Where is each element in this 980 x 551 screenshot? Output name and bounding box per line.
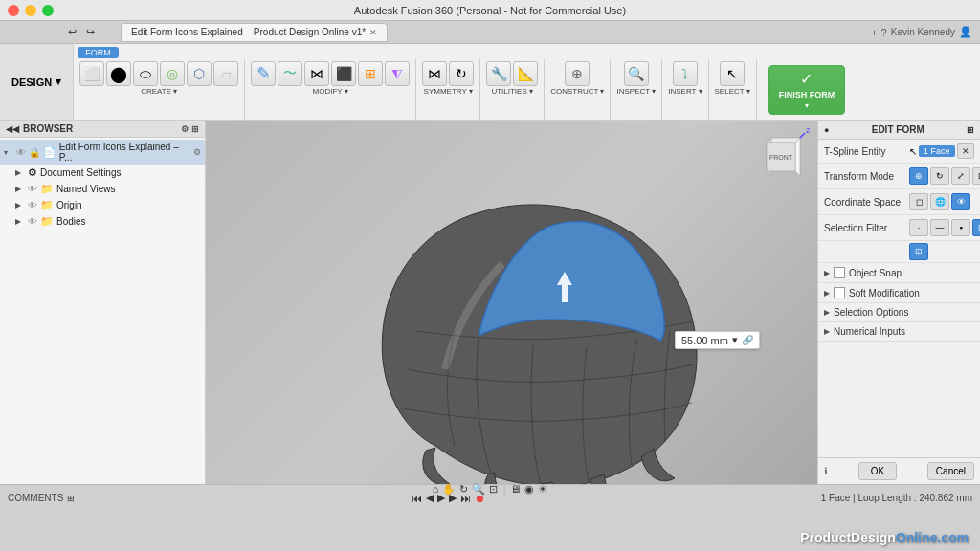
tree-item-bodies[interactable]: ▶ 👁 📁 Bodies (0, 213, 205, 230)
object-snap-expandable[interactable]: ▶ Object Snap (818, 263, 980, 283)
browser-expand-icon[interactable]: ⊞ (191, 124, 199, 134)
numerical-inputs-expandable[interactable]: ▶ Numerical Inputs (818, 322, 980, 342)
soft-modification-expandable[interactable]: ▶ Soft Modification (818, 283, 980, 303)
doc-settings-icon: ⚙ (28, 166, 37, 179)
modify-flatten-icon[interactable]: ⬛ (331, 61, 356, 86)
tree-root-action-icon[interactable]: ⚙ (193, 147, 201, 157)
ok-button[interactable]: OK (858, 462, 897, 480)
add-tab-button[interactable]: + (871, 27, 877, 38)
modify-unfold-icon[interactable]: ⧨ (385, 61, 410, 86)
modify-smooth-icon[interactable]: 〜 (278, 61, 302, 86)
coord-view-icon[interactable]: 👁 (951, 193, 970, 210)
symmetry-mirror-icon[interactable]: ⋈ (422, 61, 447, 86)
utilities-icon2[interactable]: 📐 (513, 61, 538, 86)
browser-tree: ▾ 👁 🔒 📄 Edit Form Icons Explained – P...… (0, 138, 205, 231)
create-quadball-icon[interactable]: ⬡ (187, 61, 212, 86)
cancel-button[interactable]: Cancel (927, 462, 974, 480)
t-spline-label: T-Spline Entity (824, 146, 905, 157)
inspect-label[interactable]: INSPECT ▾ (616, 87, 656, 96)
finish-form-button[interactable]: ✓ FINISH FORM ▾ (768, 65, 846, 115)
modify-label[interactable]: MODIFY ▾ (313, 87, 348, 96)
create-plane-icon[interactable]: ▱ (213, 61, 238, 86)
playback-start-button[interactable]: ⏮ (412, 493, 422, 504)
create-box-icon[interactable]: ⬜ (79, 61, 104, 86)
tree-item-document-settings[interactable]: ▶ ⚙ Document Settings (0, 165, 205, 181)
coord-world-icon[interactable]: 🌐 (930, 193, 949, 210)
named-views-eye-icon[interactable]: 👁 (28, 184, 37, 194)
insert-icon[interactable]: ⤵ (673, 61, 698, 86)
account-button[interactable]: 👤 (959, 26, 972, 38)
coord-local-icon[interactable]: ◻ (909, 193, 928, 210)
home-view-button[interactable]: ⌂ (433, 483, 439, 495)
modify-edit-icon[interactable]: ✎ (251, 61, 276, 86)
tree-item-root[interactable]: ▾ 👁 🔒 📄 Edit Form Icons Explained – P...… (0, 140, 205, 165)
filter-face-icon[interactable]: ▪ (951, 219, 970, 236)
navcube[interactable]: FRONT Z (752, 128, 810, 186)
zoom-fit-button[interactable]: ⊡ (489, 483, 498, 496)
tab-close-icon[interactable]: ✕ (369, 28, 377, 37)
zoom-button[interactable]: 🔍 (472, 483, 485, 496)
environment-button[interactable]: ☀ (538, 483, 547, 496)
bodies-eye-icon[interactable]: 👁 (28, 216, 37, 227)
browser-settings-icon[interactable]: ⚙ (181, 124, 189, 134)
symmetry-label[interactable]: SYMMETRY ▾ (424, 87, 473, 96)
object-snap-checkbox[interactable] (834, 267, 845, 278)
filter-vertex-icon[interactable]: · (909, 219, 928, 236)
display-mode-button[interactable]: 🖥 (510, 483, 521, 495)
orbit-button[interactable]: ↻ (459, 483, 468, 496)
create-label[interactable]: CREATE ▾ (141, 87, 177, 96)
t-spline-clear-button[interactable]: ✕ (957, 143, 974, 159)
3d-viewport[interactable]: FRONT Z (206, 121, 817, 484)
close-button[interactable] (8, 5, 19, 16)
origin-eye-icon[interactable]: 👁 (28, 200, 37, 210)
redo-button[interactable]: ↪ (83, 25, 98, 39)
filter-body-icon[interactable]: ⊞ (972, 219, 980, 236)
visibility-eye-icon[interactable]: 👁 (16, 147, 26, 158)
comments-expand-icon[interactable]: ⊞ (67, 494, 75, 503)
coordinate-space-row: Coordinate Space ◻ 🌐 👁 (818, 189, 980, 215)
dimension-link-icon[interactable]: 🔗 (742, 335, 753, 345)
create-sphere-icon[interactable]: ⬤ (106, 61, 131, 86)
soft-mod-checkbox[interactable] (834, 287, 845, 298)
help-button[interactable]: ? (881, 27, 887, 38)
create-torus-icon[interactable]: ◎ (160, 61, 185, 86)
transform-rotate-icon[interactable]: ↻ (930, 167, 949, 185)
utilities-label[interactable]: UTILITIES ▾ (491, 87, 533, 96)
select-label[interactable]: SELECT ▾ (715, 87, 750, 96)
transform-scale-icon[interactable]: ⤢ (951, 167, 970, 185)
panel-expand-icon[interactable]: ⊞ (967, 125, 974, 135)
browser-header: ◀◀ BROWSER ⚙ ⊞ (0, 121, 205, 138)
select-icon[interactable]: ↖ (720, 61, 745, 86)
filter-edge-icon[interactable]: — (930, 219, 949, 236)
dimension-dropdown-icon[interactable]: ▾ (732, 334, 738, 346)
selection-options-expandable[interactable]: ▶ Selection Options (818, 303, 980, 322)
tree-item-named-views[interactable]: ▶ 👁 📁 Named Views (0, 181, 205, 197)
filter-extra-icon[interactable]: ⊡ (909, 243, 928, 260)
pan-button[interactable]: ✋ (442, 483, 456, 496)
transform-move-icon[interactable]: ⊕ (909, 167, 928, 185)
visual-style-button[interactable]: ◉ (524, 483, 534, 496)
construct-icon[interactable]: ⊕ (565, 61, 590, 86)
minimize-button[interactable] (25, 5, 36, 16)
insert-label[interactable]: INSERT ▾ (668, 87, 702, 96)
modify-subdivide-icon[interactable]: ⊞ (358, 61, 383, 86)
transform-free-icon[interactable]: ⊞ (972, 167, 980, 185)
lock-icon[interactable]: 🔒 (29, 147, 40, 158)
design-workspace-button[interactable]: DESIGN ▾ (0, 44, 74, 120)
window-controls[interactable] (8, 5, 54, 16)
symmetry-circular-icon[interactable]: ↻ (449, 61, 474, 86)
undo-button[interactable]: ↩ (65, 25, 79, 39)
modify-crease-icon[interactable]: ⋈ (304, 61, 329, 86)
tree-item-origin[interactable]: ▶ 👁 📁 Origin (0, 197, 205, 213)
construct-label[interactable]: CONSTRUCT ▾ (550, 87, 604, 96)
create-cylinder-icon[interactable]: ⬭ (133, 61, 158, 86)
utilities-icon1[interactable]: 🔧 (486, 61, 511, 86)
numerical-inputs-label: Numerical Inputs (834, 326, 905, 337)
inspect-icon[interactable]: 🔍 (624, 61, 649, 86)
browser-collapse-icon[interactable]: ◀◀ (6, 124, 19, 134)
coordinate-space-icons: ◻ 🌐 👁 (909, 193, 970, 210)
maximize-button[interactable] (42, 5, 54, 16)
inspect-group: 🔍 INSPECT ▾ (611, 59, 662, 120)
panel-collapse-icon[interactable]: ● (824, 125, 829, 135)
active-tab[interactable]: Edit Form Icons Explained – Product Desi… (121, 23, 388, 42)
